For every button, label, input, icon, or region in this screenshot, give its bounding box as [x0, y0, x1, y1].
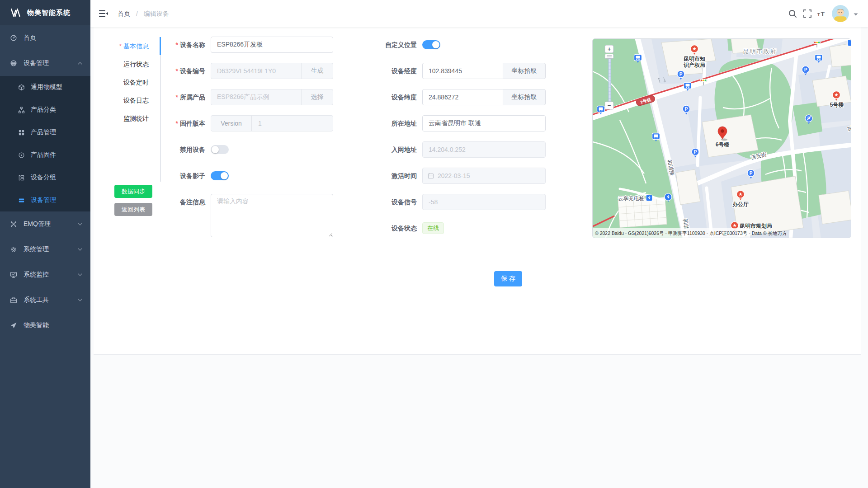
sidebar-item-device-mgmt-sub[interactable]: 设备管理: [0, 189, 90, 211]
sitemap-icon: [18, 107, 25, 113]
choose-product-button[interactable]: 选择: [301, 89, 333, 105]
tab-device-timer[interactable]: 设备定时: [98, 73, 157, 91]
address-input[interactable]: [422, 115, 546, 131]
pick-coordinate-button[interactable]: 坐标拾取: [503, 63, 546, 79]
tab-basic-info[interactable]: *基本信息: [98, 37, 157, 55]
monitor-icon: [10, 271, 17, 278]
sidebar-item-product-firmware[interactable]: 产品固件: [0, 144, 90, 166]
sidebar-collapse-icon[interactable]: [99, 9, 108, 19]
sidebar: 物美智能系统 首页 设备管理 通用物模型 产品分类 产品管理: [0, 0, 90, 488]
font-size-icon[interactable]: TT: [817, 9, 826, 18]
data-sync-button[interactable]: 数据同步: [114, 185, 152, 198]
form-row-status: 设备状态 在线: [367, 220, 546, 236]
form-row-custom-location: 自定义位置: [367, 37, 546, 53]
sidebar-item-product-category[interactable]: 产品分类: [0, 99, 90, 121]
edit-device-card: *基本信息 运行状态 设备定时 设备日志 监测统计 数据同步 返回列表 *设备名…: [94, 27, 861, 355]
app-title: 物美智能系统: [27, 9, 71, 17]
sidebar-item-label: 系统监控: [24, 271, 49, 279]
grid-icon: [18, 129, 25, 136]
custom-location-toggle[interactable]: [422, 40, 440, 49]
avatar[interactable]: [832, 5, 849, 22]
chevron-down-icon: [78, 273, 82, 276]
longitude-input[interactable]: [422, 63, 503, 79]
sidebar-item-product-mgmt[interactable]: 产品管理: [0, 121, 90, 144]
map-panel[interactable]: 1号线 昆明市政府 和谐路 和谐 吉安街 吉: [592, 38, 851, 238]
map-parking-lot: [618, 197, 667, 227]
product-input: [211, 89, 302, 105]
back-to-list-button[interactable]: 返回列表: [114, 203, 152, 216]
map-label-government: 昆明市政府: [743, 48, 777, 55]
network-ip-input: [422, 141, 546, 158]
zoom-slider-track[interactable]: [609, 55, 611, 102]
sidebar-item-label: 设备管理: [31, 196, 56, 204]
zoom-out-button[interactable]: −: [605, 102, 613, 109]
field-label: *所属产品: [168, 89, 205, 105]
sidebar-item-device-group[interactable]: 设备分组: [0, 166, 90, 189]
zoom-in-button[interactable]: +: [605, 45, 613, 53]
sidebar-submenu-device: 通用物模型 产品分类 产品管理 产品固件 设备分组 设备管理: [0, 76, 90, 211]
disable-device-toggle[interactable]: [211, 145, 229, 154]
form-row-signal: 设备信号: [367, 194, 546, 210]
pick-coordinate-button[interactable]: 坐标拾取: [503, 89, 546, 105]
field-label: 设备纬度: [367, 89, 417, 105]
tabs-divider: [160, 37, 161, 182]
svg-text:办公厅: 办公厅: [732, 201, 749, 207]
sidebar-item-system-mgmt[interactable]: 系统管理: [0, 237, 90, 262]
svg-text:P: P: [679, 72, 683, 77]
form-row-shadow: 设备影子: [168, 168, 333, 184]
chevron-down-icon: [78, 299, 82, 301]
fullscreen-icon[interactable]: [803, 9, 812, 18]
device-name-input[interactable]: [211, 37, 333, 53]
field-label: 设备状态: [367, 220, 417, 236]
chevron-down-icon: [78, 248, 82, 251]
form-row-latitude: 设备纬度 坐标拾取: [367, 89, 546, 105]
remark-textarea[interactable]: [211, 194, 333, 237]
sidebar-item-system-monitor[interactable]: 系统监控: [0, 262, 90, 287]
app-logo[interactable]: 物美智能系统: [0, 0, 90, 25]
latitude-input[interactable]: [422, 89, 503, 105]
form-row-disable: 禁用设备: [168, 141, 333, 158]
toggle-knob: [212, 146, 219, 153]
field-label: 禁用设备: [168, 141, 205, 158]
baidu-map-canvas[interactable]: 1号线 昆明市政府 和谐路 和谐 吉安街 吉: [593, 39, 851, 238]
toolbox-icon: [10, 296, 17, 304]
tab-monitor-stats[interactable]: 监测统计: [98, 109, 157, 127]
sidebar-item-system-tools[interactable]: 系统工具: [0, 287, 90, 313]
field-label: 设备信号: [367, 194, 417, 210]
firmware-version-field: Version 1: [211, 115, 333, 131]
tab-device-log[interactable]: 设备日志: [98, 91, 157, 109]
sidebar-item-thing-model[interactable]: 通用物模型: [0, 76, 90, 99]
tab-label: 监测统计: [123, 115, 149, 122]
device-shadow-toggle[interactable]: [211, 171, 229, 180]
generate-button[interactable]: 生成: [301, 63, 333, 79]
list-bars-icon: [18, 197, 25, 204]
sidebar-item-emq[interactable]: EMQ管理: [0, 211, 90, 237]
form-row-product: *所属产品 选择: [168, 89, 333, 105]
zoom-slider-handle[interactable]: [605, 54, 613, 59]
sidebar-item-wumei-smart[interactable]: 物美智能: [0, 313, 90, 338]
sidebar-item-label: 物美智能: [24, 321, 49, 329]
tab-run-status[interactable]: 运行状态: [98, 55, 157, 73]
tab-label: 运行状态: [123, 61, 149, 68]
save-button[interactable]: 保 存: [494, 271, 522, 286]
active-tab-indicator: [160, 37, 161, 55]
map-label-charging: 云享充电桩: [618, 196, 644, 201]
sidebar-item-home[interactable]: 首页: [0, 25, 90, 51]
svg-text:© 2022 Baidu - GS(2021)6026号 -: © 2022 Baidu - GS(2021)6026号 - 甲测资字11009…: [595, 230, 787, 236]
search-icon[interactable]: [788, 9, 797, 18]
field-label: 设备经度: [367, 63, 417, 79]
sidebar-item-label: 产品固件: [31, 151, 56, 159]
page: 物美智能系统 首页 设备管理 通用物模型 产品分类 产品管理: [0, 0, 868, 488]
breadcrumb-home[interactable]: 首页: [118, 10, 130, 17]
chevron-down-icon: [78, 223, 82, 225]
sidebar-item-label: 通用物模型: [31, 83, 62, 91]
sidebar-item-device-mgmt[interactable]: 设备管理: [0, 51, 90, 76]
svg-text:T: T: [817, 12, 820, 17]
form-row-device-no: *设备编号 生成: [168, 63, 333, 79]
sidebar-item-label: 首页: [24, 34, 36, 42]
caret-down-icon[interactable]: [854, 13, 858, 16]
activation-date-value: 2022-03-15: [438, 172, 470, 179]
field-label: 设备影子: [168, 168, 205, 184]
sidebar-item-label: 设备管理: [24, 59, 49, 67]
svg-text:昆明市知: 昆明市知: [684, 56, 705, 62]
